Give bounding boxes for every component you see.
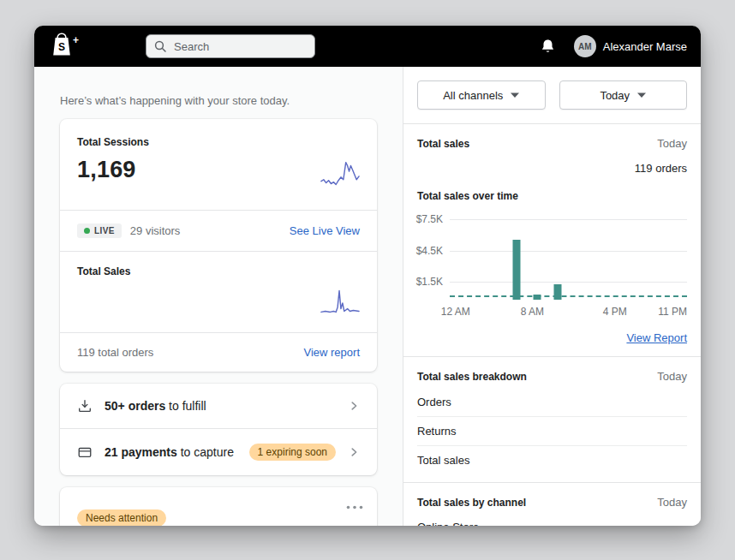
sales-bar bbox=[534, 295, 541, 300]
channels-dropdown[interactable]: All channels bbox=[417, 80, 546, 110]
capture-task-text: 21 payments to capture bbox=[105, 445, 234, 459]
sessions-sales-card: Total Sessions 1,169 LIVE bbox=[60, 119, 377, 372]
total-sales-report-section: Total sales Today 119 orders Total sales… bbox=[403, 123, 701, 356]
tasks-card: 50+ orders to fulfill 21 payments to cap… bbox=[60, 384, 377, 475]
visitors-count: 29 visitors bbox=[130, 224, 181, 237]
orders-to-fulfill-row[interactable]: 50+ orders to fulfill bbox=[60, 384, 377, 428]
topbar-right: AM Alexander Marse bbox=[541, 35, 687, 57]
total-sales-bar-chart: $7.5K $4.5K $1.5K bbox=[417, 212, 687, 300]
payments-to-capture-row[interactable]: 21 payments to capture 1 expiring soon bbox=[60, 429, 377, 475]
payments-icon bbox=[77, 444, 93, 460]
total-sales-section: Total Sales bbox=[60, 252, 377, 332]
dashboard-body: Here’s what’s happening with your store … bbox=[34, 67, 701, 526]
x-tick-label: 8 AM bbox=[521, 306, 544, 318]
user-name[interactable]: Alexander Marse bbox=[603, 40, 687, 53]
x-tick-label: 11 PM bbox=[658, 306, 687, 318]
total-sales-title: Total sales bbox=[417, 138, 469, 150]
x-tick-label: 12 AM bbox=[441, 306, 470, 318]
sales-by-channel-section: Total sales by channel Today Online Stor… bbox=[403, 482, 701, 526]
global-search[interactable] bbox=[146, 34, 315, 58]
left-pane: Here’s what’s happening with your store … bbox=[34, 67, 403, 526]
gridline bbox=[450, 219, 687, 220]
comparison-dashed-line bbox=[450, 295, 687, 297]
total-sessions-section: Total Sessions 1,169 bbox=[60, 119, 377, 210]
live-badge-label: LIVE bbox=[94, 226, 115, 235]
breakdown-row-total: Total sales bbox=[417, 446, 687, 470]
gridline bbox=[450, 251, 687, 252]
caret-down-icon bbox=[637, 92, 646, 98]
shopify-bag-icon: S bbox=[51, 33, 72, 60]
y-tick-label: $7.5K bbox=[416, 213, 443, 225]
chart-y-axis: $7.5K $4.5K $1.5K bbox=[417, 212, 450, 300]
total-sessions-label: Total Sessions bbox=[77, 136, 360, 148]
right-pane: All channels Today Total sales Today bbox=[403, 67, 701, 526]
search-input[interactable] bbox=[172, 39, 307, 54]
chevron-right-icon bbox=[348, 446, 360, 458]
analytics-filters: All channels Today bbox=[403, 67, 701, 123]
shopify-plus-logo[interactable]: S + bbox=[51, 33, 79, 60]
y-tick-label: $4.5K bbox=[416, 245, 443, 257]
svg-text:S: S bbox=[58, 41, 65, 53]
total-orders-text: 119 total orders bbox=[77, 346, 153, 359]
sales-bar bbox=[554, 284, 562, 300]
by-channel-title: Total sales by channel bbox=[417, 497, 526, 509]
greeting-text: Here’s what’s happening with your store … bbox=[60, 94, 377, 107]
live-visitors-row: LIVE 29 visitors See Live View bbox=[60, 211, 377, 251]
expiring-soon-badge: 1 expiring soon bbox=[249, 444, 336, 461]
overflow-menu-icon[interactable] bbox=[346, 497, 363, 513]
period-label: Today bbox=[657, 370, 687, 383]
shopify-admin-window: S + AM bbox=[34, 26, 701, 526]
orders-count: 119 orders bbox=[417, 162, 687, 175]
breakdown-row-orders: Orders bbox=[417, 388, 687, 417]
chevron-right-icon bbox=[348, 400, 360, 412]
top-bar: S + AM bbox=[34, 26, 701, 67]
view-report-link[interactable]: View report bbox=[303, 346, 360, 359]
sales-sparkline-chart bbox=[320, 283, 360, 322]
breakdown-title: Total sales breakdown bbox=[417, 371, 527, 383]
sales-over-time-title: Total sales over time bbox=[417, 190, 687, 202]
total-sales-label: Total Sales bbox=[77, 265, 130, 322]
channel-row-online-store: Online Store bbox=[417, 512, 687, 526]
sessions-sparkline-chart bbox=[320, 157, 360, 196]
orders-footer-row: 119 total orders View report bbox=[60, 333, 377, 372]
sales-bar-plot bbox=[450, 212, 687, 300]
chart-x-axis: 12 AM 8 AM 4 PM 11 PM bbox=[450, 306, 687, 321]
live-badge: LIVE bbox=[77, 223, 122, 238]
live-dot-icon bbox=[84, 228, 90, 234]
bell-icon bbox=[541, 39, 555, 54]
view-report-link[interactable]: View Report bbox=[417, 331, 687, 344]
sales-bar bbox=[513, 240, 521, 300]
needs-attention-badge: Needs attention bbox=[77, 509, 166, 526]
date-range-dropdown[interactable]: Today bbox=[559, 80, 688, 110]
notifications-button[interactable] bbox=[541, 39, 555, 54]
orders-fulfill-icon bbox=[77, 398, 93, 414]
period-label: Today bbox=[657, 496, 687, 509]
gridline bbox=[450, 282, 687, 283]
total-sessions-value: 1,169 bbox=[77, 157, 136, 183]
logo-plus-mark: + bbox=[73, 34, 79, 46]
period-label: Today bbox=[657, 137, 687, 150]
caret-down-icon bbox=[511, 92, 519, 98]
sales-breakdown-section: Total sales breakdown Today Orders Retur… bbox=[403, 356, 701, 482]
search-icon bbox=[154, 40, 166, 52]
x-tick-label: 4 PM bbox=[603, 306, 627, 318]
attention-card: Needs attention bbox=[60, 487, 377, 526]
breakdown-row-returns: Returns bbox=[417, 417, 687, 446]
see-live-view-link[interactable]: See Live View bbox=[290, 224, 360, 237]
fulfill-task-text: 50+ orders to fulfill bbox=[105, 399, 206, 413]
avatar[interactable]: AM bbox=[574, 35, 596, 57]
y-tick-label: $1.5K bbox=[416, 276, 443, 288]
